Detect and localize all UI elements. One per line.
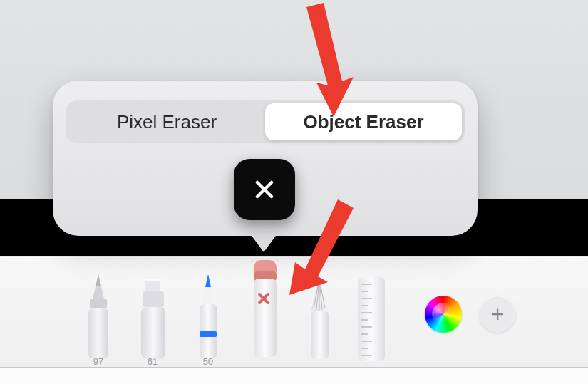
marker-size-label: 61: [148, 356, 158, 367]
bottom-divider: [0, 367, 588, 384]
svg-rect-0: [90, 299, 107, 308]
lasso-tool[interactable]: [299, 274, 339, 367]
segment-pixel-eraser-label: Pixel Eraser: [117, 111, 217, 133]
pen-size-label: 97: [93, 356, 103, 367]
add-tool-button[interactable]: +: [479, 296, 516, 333]
segment-object-eraser[interactable]: Object Eraser: [265, 103, 462, 140]
svg-rect-1: [88, 308, 108, 358]
popover-close-button[interactable]: [234, 159, 295, 220]
segment-object-eraser-label: Object Eraser: [303, 111, 423, 133]
eraser-mode-segmented: Pixel Eraser Object Eraser: [66, 100, 465, 143]
popover-tail: [248, 231, 279, 252]
pencil-size-label: 50: [203, 356, 213, 367]
pen-tool[interactable]: 97: [78, 274, 118, 367]
svg-rect-14: [311, 311, 329, 358]
eraser-tool[interactable]: [244, 259, 284, 365]
svg-rect-8: [254, 279, 277, 357]
svg-rect-2: [143, 291, 164, 307]
close-icon: [252, 177, 277, 202]
pencil-tool[interactable]: 50: [188, 274, 228, 367]
segment-pixel-eraser[interactable]: Pixel Eraser: [68, 103, 265, 140]
color-picker-well[interactable]: [425, 296, 462, 333]
svg-rect-3: [141, 307, 165, 358]
svg-rect-5: [200, 331, 217, 337]
ruler-tool[interactable]: [354, 274, 389, 367]
marker-tool[interactable]: 61: [133, 274, 172, 367]
plus-icon: +: [491, 303, 505, 326]
